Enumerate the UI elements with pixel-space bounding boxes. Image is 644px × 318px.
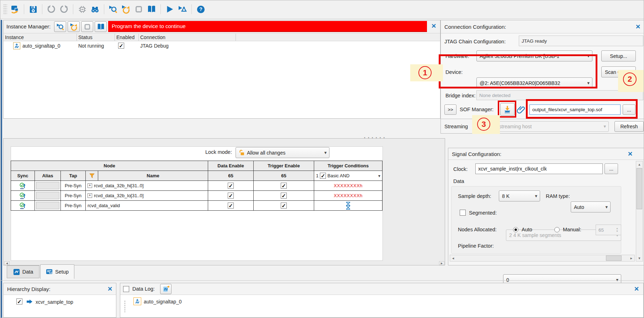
signal-config-vscrollbar[interactable]: ▲ ▼ (636, 161, 643, 262)
trigger-level-checkbox[interactable] (320, 173, 326, 179)
data-log-item-label[interactable]: auto_signaltap_0 (144, 299, 182, 304)
hierarchy-item-label[interactable]: xcvr_sample_top (36, 299, 73, 305)
docs-button[interactable] (95, 21, 107, 32)
alias-cell[interactable] (35, 201, 61, 211)
lock-mode-select[interactable]: Allow all changes (236, 147, 329, 158)
run-analysis-button[interactable] (54, 21, 66, 32)
instance-enabled-checkbox[interactable] (118, 43, 124, 49)
hscroll-right-arrow[interactable]: ► (439, 261, 444, 265)
trigger-enable-cell[interactable] (254, 201, 314, 211)
node-name-cell[interactable]: rcvd_data_32b_hi[31..0] (86, 181, 208, 191)
setup-view-panel: Lock mode: Allow all changes Node Data E… (3, 138, 445, 265)
signal-config-hscrollbar[interactable]: ◄ ► (450, 255, 635, 262)
refresh-button[interactable]: Refresh (614, 121, 644, 132)
trigger-enable-cell[interactable] (254, 191, 314, 201)
help-icon[interactable]: ? (195, 4, 206, 15)
data-log-close-icon[interactable] (633, 285, 640, 293)
clock-label: Clock: (453, 166, 468, 172)
data-log-panel: Data Log: auto_signaltap_0 (120, 283, 644, 318)
docs-book-icon[interactable] (146, 4, 157, 15)
ram-type-select[interactable]: Auto (571, 201, 611, 212)
filter-button[interactable] (86, 171, 98, 181)
data-enable-count: 65 (208, 171, 254, 181)
hierarchy-panel: Hierarchy Display: xcvr_sample_top (3, 283, 116, 318)
expand-icon[interactable] (88, 183, 92, 188)
hscroll-right-arrow[interactable]: ► (628, 255, 634, 261)
data-log-add-button[interactable] (160, 284, 171, 294)
nodes-auto-radio[interactable] (513, 227, 518, 232)
streaming-row: Streaming Select a streaming host Refres… (441, 119, 644, 133)
run-analysis-icon[interactable] (108, 4, 118, 15)
stop-analysis-button[interactable] (81, 21, 93, 32)
vscroll-thumb[interactable] (637, 168, 642, 209)
stop-icon[interactable] (133, 4, 144, 15)
hierarchy-close-icon[interactable] (106, 285, 114, 293)
spinner-arrows-icon[interactable]: ▲▼ (616, 227, 618, 233)
hierarchy-item-checkbox[interactable] (16, 298, 22, 304)
data-enable-cell[interactable] (208, 191, 254, 201)
filter-icon (89, 173, 95, 179)
toolbar-grip[interactable] (3, 4, 7, 15)
device-select[interactable]: @2: A5E(C065BB32AR0|D065BB32 (476, 77, 592, 88)
hscroll-left-arrow[interactable]: ◄ (4, 261, 10, 265)
signal-config-close-icon[interactable] (626, 150, 634, 158)
dock-rail (1, 20, 2, 318)
save-icon[interactable] (28, 4, 38, 15)
hscroll-left-arrow[interactable]: ◄ (450, 255, 456, 261)
vscroll-down-arrow[interactable]: ▼ (636, 255, 643, 261)
col-status[interactable]: Status (78, 34, 93, 40)
trigger-condition-cell[interactable]: XXXXXXXXh (314, 191, 382, 201)
sample-depth-select[interactable]: 8 K (499, 190, 540, 201)
setup-button[interactable]: Setup... (601, 50, 636, 61)
sof-file-field[interactable]: output_files/xcvr_sample_top.sof (529, 104, 621, 115)
vscroll-up-arrow[interactable]: ▲ (636, 161, 643, 167)
instance-row[interactable]: auto_signaltap_0 Not running JTAG Debug (4, 41, 440, 51)
redo-icon[interactable] (59, 4, 69, 15)
undo-icon[interactable] (46, 4, 57, 15)
run-icon[interactable] (164, 4, 175, 15)
tab-setup[interactable]: Setup (40, 264, 74, 279)
clock-browse-button[interactable]: ... (605, 163, 618, 174)
data-enable-cell[interactable] (208, 201, 254, 211)
data-log-checkbox[interactable] (123, 286, 129, 292)
sync-cell[interactable] (11, 181, 35, 191)
nodes-manual-radio[interactable] (554, 227, 560, 232)
autorun-analysis-button[interactable] (68, 21, 80, 32)
alias-cell[interactable] (35, 181, 61, 191)
sync-cell[interactable] (11, 191, 35, 201)
sof-expand-button[interactable]: >> (444, 104, 456, 115)
trigger-condition-cell[interactable]: XXXXXXXXh (314, 181, 382, 191)
annotation-3-number: 3 (477, 118, 490, 131)
hscroll-thumb[interactable] (606, 255, 622, 261)
hardware-select[interactable]: Agilex 5E065B Premium DK [USB-1 (476, 50, 592, 61)
trigger-enable-cell[interactable] (254, 181, 314, 191)
alias-cell[interactable] (35, 191, 61, 201)
banner-close-icon[interactable] (430, 22, 438, 30)
sof-browse-button[interactable]: ... (623, 104, 635, 115)
subheader-alias: Alias (35, 171, 61, 181)
data-enable-cell[interactable] (208, 181, 254, 191)
program-compile-icon[interactable] (10, 4, 20, 15)
subheader-sync: Sync (11, 171, 35, 181)
connection-config-close-icon[interactable] (634, 23, 642, 31)
recompile-run-icon[interactable] (177, 4, 188, 15)
instance-name[interactable]: auto_signaltap_0 (22, 43, 60, 49)
col-instance[interactable]: Instance (5, 34, 24, 40)
trigger-mode-select[interactable]: 1 Basic AND ▾ (314, 171, 382, 181)
clock-field[interactable]: xcvr_sample_inst|rx_clkout_clk (475, 163, 603, 174)
expand-icon[interactable] (88, 193, 92, 198)
autorun-analysis-icon[interactable] (121, 4, 131, 15)
program-device-button[interactable] (500, 103, 514, 116)
trigger-condition-cell[interactable] (314, 201, 382, 211)
jtag-node-icon[interactable] (77, 4, 88, 15)
manual-count-spinner[interactable]: 65 ▲▼ (596, 225, 621, 235)
sync-cell[interactable] (11, 201, 35, 211)
find-icon[interactable] (90, 4, 100, 15)
tab-data[interactable]: Data (7, 265, 39, 278)
attach-sof-icon[interactable] (517, 105, 526, 114)
node-name-cell[interactable]: rcvd_data_32b_lo[31..0] (86, 191, 208, 201)
col-connection[interactable]: Connection (140, 34, 165, 40)
node-name-cell[interactable]: rcvd_data_valid (86, 201, 208, 211)
segmented-checkbox[interactable] (460, 210, 466, 216)
col-enabled[interactable]: Enabled (116, 34, 134, 40)
